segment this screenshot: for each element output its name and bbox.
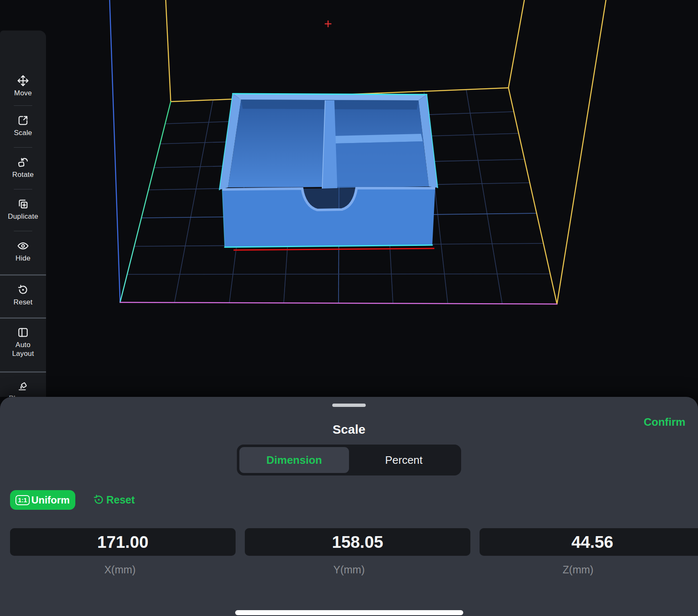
rotate-icon: [17, 156, 29, 169]
sidebar-item-auto-layout[interactable]: Auto Layout: [0, 326, 46, 358]
scale-mode-tabs: Dimension Percent: [237, 445, 461, 475]
scale-icon: [17, 114, 29, 127]
sheet-title: Scale: [0, 422, 698, 437]
confirm-button[interactable]: Confirm: [641, 415, 688, 429]
tab-percent[interactable]: Percent: [349, 447, 459, 473]
reset-icon: [92, 493, 105, 506]
move-icon: [17, 74, 29, 87]
z-axis-label: Z(mm): [468, 562, 688, 577]
auto-layout-icon: [17, 326, 29, 339]
divider: [14, 147, 32, 148]
y-axis-label: Y(mm): [239, 562, 459, 577]
model-3d-tray[interactable]: [219, 94, 438, 250]
z-dimension-input[interactable]: [480, 528, 698, 556]
divider: [14, 231, 32, 231]
reset-icon: [17, 284, 29, 296]
divider: [0, 274, 46, 276]
app-screen: Move Scale Rotate: [0, 0, 698, 616]
reset-label: Reset: [106, 494, 135, 506]
sidebar-item-reset[interactable]: Reset: [0, 284, 46, 307]
tab-dimension[interactable]: Dimension: [239, 447, 349, 473]
ratio-1-1-icon: 1:1: [15, 495, 30, 505]
sidebar-item-label: Reset: [13, 298, 32, 307]
uniform-label: Uniform: [31, 494, 70, 506]
place-on-face-icon: [17, 380, 29, 392]
divider: [0, 371, 46, 373]
x-axis-label: X(mm): [10, 562, 230, 577]
sidebar-item-place-on-face[interactable]: Place on Face: [0, 380, 46, 397]
sheet-grabber-handle[interactable]: [332, 404, 366, 407]
divider: [14, 189, 32, 189]
dimension-field-labels: X(mm) Y(mm) Z(mm): [10, 562, 688, 577]
sidebar-item-label: Place on Face: [6, 394, 40, 397]
sidebar-item-label: Scale: [14, 128, 32, 137]
sidebar-item-label: Hide: [15, 254, 31, 263]
y-dimension-input[interactable]: [245, 528, 470, 556]
sidebar-item-label: Move: [14, 89, 32, 97]
uniform-scale-toggle[interactable]: 1:1 Uniform: [10, 490, 75, 510]
dimension-fields: [10, 528, 688, 556]
divider: [0, 317, 46, 319]
sidebar-item-scale[interactable]: Scale: [0, 114, 46, 137]
duplicate-icon: [17, 198, 29, 210]
sidebar-item-label: Auto Layout: [6, 340, 40, 358]
sidebar-item-rotate[interactable]: Rotate: [0, 156, 46, 179]
sidebar-item-hide[interactable]: Hide: [0, 240, 46, 263]
viewport-3d[interactable]: [0, 0, 698, 397]
sidebar-item-duplicate[interactable]: Duplicate: [0, 198, 46, 221]
sidebar-item-move[interactable]: Move: [0, 74, 46, 97]
eye-icon: [17, 240, 29, 252]
scale-bottom-sheet: Scale Confirm Dimension Percent 1:1 Unif…: [0, 397, 698, 616]
x-dimension-input[interactable]: [10, 528, 236, 556]
sidebar-item-label: Duplicate: [8, 212, 38, 221]
divider: [14, 105, 32, 106]
tool-sidebar: Move Scale Rotate: [0, 31, 46, 397]
home-indicator[interactable]: [235, 610, 463, 615]
sidebar-item-label: Rotate: [12, 170, 33, 179]
reset-scale-button[interactable]: Reset: [90, 493, 137, 506]
